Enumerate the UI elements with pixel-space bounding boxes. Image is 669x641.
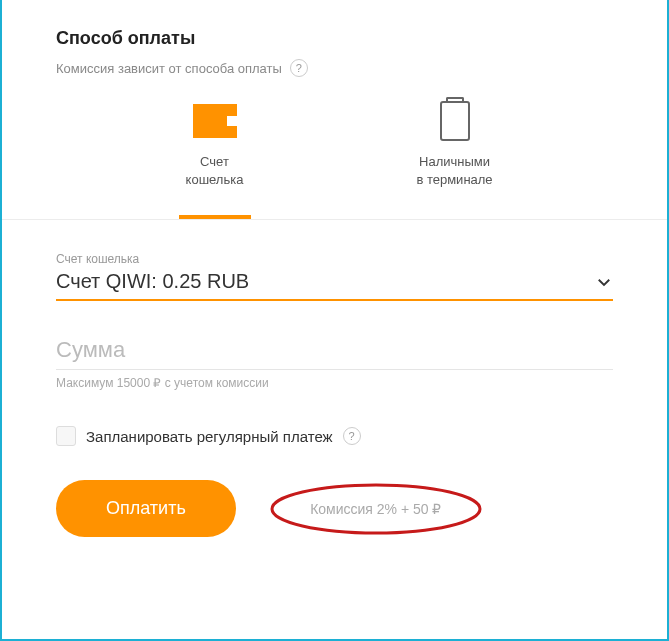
action-row: Оплатить Комиссия 2% + 50 ₽ xyxy=(56,480,613,537)
commission-text: Комиссия 2% + 50 ₽ xyxy=(310,501,441,517)
help-icon[interactable]: ? xyxy=(290,59,308,77)
pay-button[interactable]: Оплатить xyxy=(56,480,236,537)
section-title: Способ оплаты xyxy=(56,28,613,49)
help-icon[interactable]: ? xyxy=(343,427,361,445)
amount-input[interactable] xyxy=(56,337,613,370)
amount-field: Максимум 15000 ₽ с учетом комиссии xyxy=(56,337,613,390)
commission-callout: Комиссия 2% + 50 ₽ xyxy=(266,481,486,537)
commission-subtitle: Комиссия зависит от способа оплаты xyxy=(56,61,282,76)
account-field: Счет кошелька Счет QIWI: 0.25 RUB xyxy=(56,252,613,301)
divider xyxy=(2,219,667,220)
schedule-label: Запланировать регулярный платеж xyxy=(86,428,333,445)
method-wallet-label: Счет кошелька xyxy=(186,153,244,189)
account-select[interactable]: Счет QIWI: 0.25 RUB xyxy=(56,270,613,301)
method-terminal-label: Наличными в терминале xyxy=(416,153,492,189)
amount-hint: Максимум 15000 ₽ с учетом комиссии xyxy=(56,376,613,390)
chevron-down-icon xyxy=(595,273,613,291)
subtitle-row: Комиссия зависит от способа оплаты ? xyxy=(56,59,613,77)
account-value: Счет QIWI: 0.25 RUB xyxy=(56,270,249,293)
wallet-icon xyxy=(191,101,239,141)
schedule-checkbox[interactable] xyxy=(56,426,76,446)
schedule-row: Запланировать регулярный платеж ? xyxy=(56,426,613,446)
account-label: Счет кошелька xyxy=(56,252,613,266)
terminal-icon xyxy=(431,101,479,141)
method-active-underline xyxy=(179,215,251,219)
payment-methods: Счет кошелька Наличными в терминале xyxy=(56,101,613,189)
method-terminal[interactable]: Наличными в терминале xyxy=(395,101,515,189)
method-wallet[interactable]: Счет кошелька xyxy=(155,101,275,189)
